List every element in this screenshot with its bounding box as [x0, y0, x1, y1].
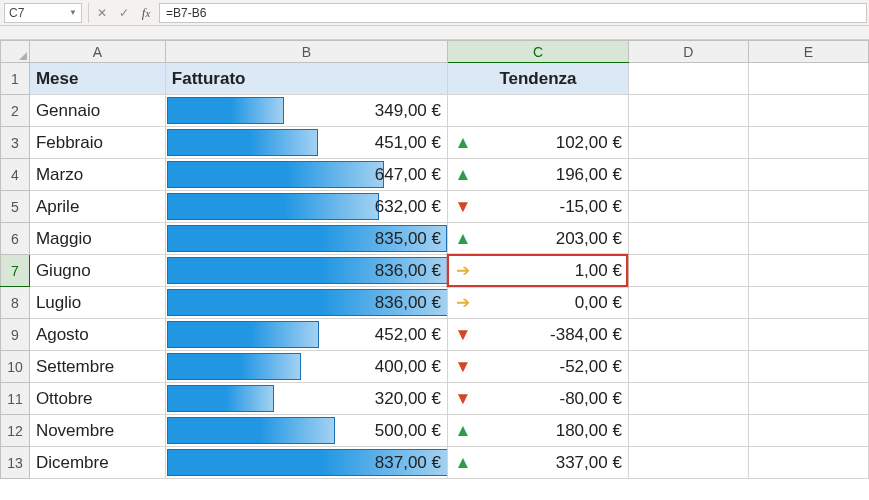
cell-C5[interactable]: ▼-15,00 €	[448, 191, 629, 223]
enter-icon[interactable]: ✓	[113, 2, 135, 24]
cell-B10[interactable]: 400,00 €	[165, 351, 447, 383]
cell-D12[interactable]	[628, 415, 748, 447]
cell-D13[interactable]	[628, 447, 748, 479]
header-mese[interactable]: Mese	[29, 63, 165, 95]
formula-input[interactable]: =B7-B6	[159, 3, 867, 23]
cell-D4[interactable]	[628, 159, 748, 191]
row-header-9[interactable]: 9	[1, 319, 30, 351]
col-header-B[interactable]: B	[165, 41, 447, 63]
cell-A13[interactable]: Dicembre	[29, 447, 165, 479]
cell-D6[interactable]	[628, 223, 748, 255]
cell-C3[interactable]: ▲102,00 €	[448, 127, 629, 159]
fatturato-value: 836,00 €	[375, 293, 441, 313]
cell-E6[interactable]	[748, 223, 868, 255]
cell-C13[interactable]: ▲337,00 €	[448, 447, 629, 479]
row-header-6[interactable]: 6	[1, 223, 30, 255]
row-header-8[interactable]: 8	[1, 287, 30, 319]
cell-C8[interactable]: ➔0,00 €	[448, 287, 629, 319]
name-box[interactable]: C7 ▼	[4, 3, 82, 23]
cell-B12[interactable]: 500,00 €	[165, 415, 447, 447]
row-header-12[interactable]: 12	[1, 415, 30, 447]
row-header-7[interactable]: 7	[1, 255, 30, 287]
cell-B11[interactable]: 320,00 €	[165, 383, 447, 415]
col-header-E[interactable]: E	[748, 41, 868, 63]
cell-B7[interactable]: 836,00 €	[165, 255, 447, 287]
cell-B8[interactable]: 836,00 €	[165, 287, 447, 319]
cell-C11[interactable]: ▼-80,00 €	[448, 383, 629, 415]
cell-E2[interactable]	[748, 95, 868, 127]
cell-D1[interactable]	[628, 63, 748, 95]
cell-D2[interactable]	[628, 95, 748, 127]
col-header-D[interactable]: D	[628, 41, 748, 63]
cell-E11[interactable]	[748, 383, 868, 415]
select-all-corner[interactable]	[1, 41, 30, 63]
cell-B6[interactable]: 835,00 €	[165, 223, 447, 255]
fatturato-value: 836,00 €	[375, 261, 441, 281]
cell-A6[interactable]: Maggio	[29, 223, 165, 255]
cell-A5[interactable]: Aprile	[29, 191, 165, 223]
cell-B3[interactable]: 451,00 €	[165, 127, 447, 159]
cell-E3[interactable]	[748, 127, 868, 159]
cell-B4[interactable]: 647,00 €	[165, 159, 447, 191]
cell-C4[interactable]: ▲196,00 €	[448, 159, 629, 191]
cell-A9[interactable]: Agosto	[29, 319, 165, 351]
cell-E4[interactable]	[748, 159, 868, 191]
arrow-up-icon: ▲	[455, 421, 472, 441]
cell-E1[interactable]	[748, 63, 868, 95]
cell-A12[interactable]: Novembre	[29, 415, 165, 447]
header-fatturato[interactable]: Fatturato	[165, 63, 447, 95]
cell-E9[interactable]	[748, 319, 868, 351]
cell-A2[interactable]: Gennaio	[29, 95, 165, 127]
cell-E10[interactable]	[748, 351, 868, 383]
cell-A10[interactable]: Settembre	[29, 351, 165, 383]
cell-C2[interactable]	[448, 95, 629, 127]
cell-D3[interactable]	[628, 127, 748, 159]
col-header-A[interactable]: A	[29, 41, 165, 63]
row-header-3[interactable]: 3	[1, 127, 30, 159]
cell-C7[interactable]: ➔1,00 €	[448, 255, 629, 287]
cell-A8[interactable]: Luglio	[29, 287, 165, 319]
insert-function-icon[interactable]: fx	[135, 2, 157, 24]
cell-C12[interactable]: ▲180,00 €	[448, 415, 629, 447]
row-header-10[interactable]: 10	[1, 351, 30, 383]
tendenza-value: 203,00 €	[472, 229, 622, 249]
header-tendenza[interactable]: Tendenza	[448, 63, 629, 95]
cell-B2[interactable]: 349,00 €	[165, 95, 447, 127]
cell-E12[interactable]	[748, 415, 868, 447]
row-header-11[interactable]: 11	[1, 383, 30, 415]
cell-D11[interactable]	[628, 383, 748, 415]
cell-E13[interactable]	[748, 447, 868, 479]
cell-B13[interactable]: 837,00 €	[165, 447, 447, 479]
cell-B9[interactable]: 452,00 €	[165, 319, 447, 351]
cell-C10[interactable]: ▼-52,00 €	[448, 351, 629, 383]
cell-D7[interactable]	[628, 255, 748, 287]
row-header-13[interactable]: 13	[1, 447, 30, 479]
row-header-1[interactable]: 1	[1, 63, 30, 95]
cell-D8[interactable]	[628, 287, 748, 319]
cell-E7[interactable]	[748, 255, 868, 287]
chevron-down-icon[interactable]: ▼	[69, 8, 77, 17]
col-header-C[interactable]: C	[448, 41, 629, 63]
cell-D10[interactable]	[628, 351, 748, 383]
row-header-5[interactable]: 5	[1, 191, 30, 223]
arrow-down-icon: ▼	[455, 325, 472, 345]
cell-D5[interactable]	[628, 191, 748, 223]
mese-value: Agosto	[36, 325, 89, 344]
cell-B5[interactable]: 632,00 €	[165, 191, 447, 223]
cell-A11[interactable]: Ottobre	[29, 383, 165, 415]
cell-E8[interactable]	[748, 287, 868, 319]
arrow-right-icon: ➔	[456, 260, 470, 281]
data-bar	[167, 417, 335, 444]
cancel-icon[interactable]: ✕	[91, 2, 113, 24]
cell-A3[interactable]: Febbraio	[29, 127, 165, 159]
row-header-4[interactable]: 4	[1, 159, 30, 191]
cell-C9[interactable]: ▼-384,00 €	[448, 319, 629, 351]
cell-A7[interactable]: Giugno	[29, 255, 165, 287]
cell-A4[interactable]: Marzo	[29, 159, 165, 191]
cell-D9[interactable]	[628, 319, 748, 351]
mese-value: Ottobre	[36, 389, 93, 408]
cell-E5[interactable]	[748, 191, 868, 223]
cell-C6[interactable]: ▲203,00 €	[448, 223, 629, 255]
row-header-2[interactable]: 2	[1, 95, 30, 127]
spreadsheet-grid[interactable]: A B C D E 1 Mese Fatturato Tendenza 2Gen…	[0, 40, 869, 479]
